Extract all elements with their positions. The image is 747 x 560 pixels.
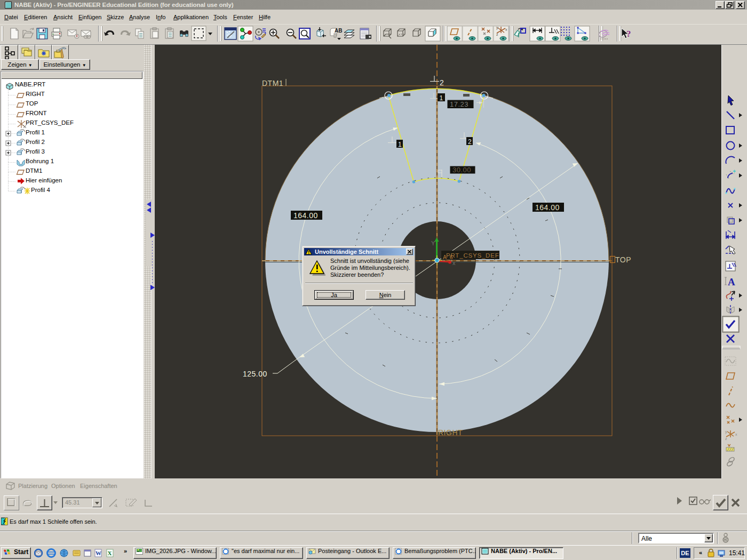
svg-text:164.00: 164.00 — [293, 211, 318, 220]
svg-text:17.23: 17.23 — [450, 100, 468, 108]
svg-text:30.00: 30.00 — [452, 166, 471, 174]
svg-text:RIGHT: RIGHT — [438, 428, 463, 437]
svg-text:z: z — [496, 33, 498, 36]
svg-text:X: X — [108, 550, 112, 556]
svg-text:2: 2 — [468, 138, 472, 146]
svg-text:2: 2 — [440, 78, 444, 87]
svg-text:1: 1 — [398, 141, 402, 148]
svg-text:?: ? — [626, 29, 631, 39]
svg-text:TOP: TOP — [615, 255, 631, 264]
svg-text:DTM1: DTM1 — [262, 79, 283, 87]
svg-text:x: x — [452, 260, 456, 266]
svg-text:Y: Y — [431, 240, 435, 246]
svg-text:z: z — [725, 437, 727, 441]
svg-text:A: A — [728, 276, 735, 287]
svg-text:x: x — [505, 28, 507, 31]
svg-text:164.00: 164.00 — [535, 203, 560, 212]
svg-text:y: y — [496, 26, 498, 30]
svg-text:AB: AB — [335, 28, 342, 34]
svg-text:PRT_CSYS_DEF: PRT_CSYS_DEF — [446, 252, 499, 259]
svg-text:125.00: 125.00 — [243, 370, 267, 378]
svg-text:y: y — [725, 430, 727, 434]
svg-text:A_6: A_6 — [443, 254, 453, 260]
svg-text:x: x — [735, 433, 737, 436]
svg-text:W: W — [96, 550, 101, 556]
svg-text:1: 1 — [440, 94, 443, 102]
